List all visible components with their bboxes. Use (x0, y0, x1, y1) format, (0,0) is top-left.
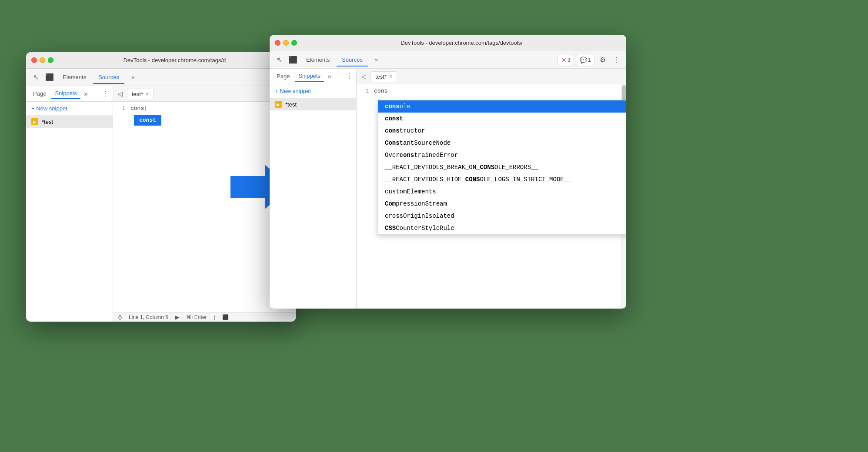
tab-page-fg[interactable]: Page (273, 71, 293, 81)
editor-tab-label-fg: test* (375, 73, 387, 80)
cursor-icon-fg[interactable]: ↖ (273, 54, 285, 66)
toolbar-fg: ↖ ⬛ Elements Sources » ✕ 3 💬 1 ⚙ ⋮ (270, 51, 626, 69)
tab-page-bg[interactable]: Page (30, 89, 50, 99)
autocomplete-item-const[interactable]: const (378, 113, 626, 125)
tab-elements-fg[interactable]: Elements (301, 54, 335, 66)
file-name-fg: *test (285, 101, 297, 108)
autocomplete-item-compressionstream[interactable]: CompressionStream (378, 198, 626, 210)
autocomplete-item-customelements[interactable]: customElements (378, 186, 626, 198)
run-icon-bg[interactable]: ▶ (175, 314, 179, 320)
tab-sources-fg[interactable]: Sources (337, 54, 368, 66)
editor-tab-test-fg[interactable]: test* × (371, 71, 397, 82)
minimize-button-bg[interactable] (40, 57, 45, 63)
new-snippet-btn-bg[interactable]: + New snippet (26, 102, 113, 116)
maximize-button-bg[interactable] (48, 57, 53, 63)
devtools-window-foreground: DevTools - developer.chrome.com/tags/dev… (270, 35, 626, 309)
paren-bg: ( (214, 314, 215, 320)
window-title-fg: DevTools - developer.chrome.com/tags/dev… (302, 40, 621, 46)
more-icon-fg[interactable]: ⋮ (611, 54, 623, 66)
error-icon-fg: ✕ (561, 56, 567, 63)
left-panel-fg: Page Snippets » ⋮ + New snippet ▶ *test (270, 69, 357, 309)
code-line-1-fg: 1 cons (357, 88, 626, 94)
info-icon-fg: 💬 (580, 56, 587, 63)
file-item-test-bg[interactable]: ▶ *test (26, 116, 113, 128)
tab-snippets-bg[interactable]: Snippets (51, 88, 80, 99)
file-item-test-fg[interactable]: ▶ *test (270, 98, 356, 110)
maximize-button-fg[interactable] (291, 40, 297, 46)
panel-content-fg: Page Snippets » ⋮ + New snippet ▶ *test … (270, 69, 626, 309)
autocomplete-dropdown: console const constructor ConstantSource… (377, 100, 626, 235)
autocomplete-item-constantsourcenode[interactable]: ConstantSourceNode (378, 137, 626, 149)
code-line-1-bg: 1 cons (113, 105, 296, 112)
minimize-button-fg[interactable] (283, 40, 289, 46)
panel-tabs-bg: Page Snippets » ⋮ (26, 86, 113, 102)
autocomplete-item-overconstrainederror[interactable]: OverconstrainedError (378, 149, 626, 161)
close-button-bg[interactable] (31, 57, 37, 63)
panel-menu-icon-fg[interactable]: ⋮ (346, 72, 353, 80)
left-panel-bg: Page Snippets » ⋮ + New snippet ▶ *test (26, 86, 113, 322)
shortcut-bg: ⌘+Enter (186, 314, 207, 320)
code-text-1-fg: cons (374, 88, 387, 94)
autocomplete-item-crossoriginisolated[interactable]: crossOriginIsolated (378, 210, 626, 222)
editor-tab-label-bg: test* (132, 91, 143, 97)
editor-tabs-fg: ◁ test* × (357, 69, 626, 84)
cursor-icon-bg[interactable]: ↖ (30, 71, 42, 83)
editor-panel-fg: ◁ test* × 1 cons console const (357, 69, 626, 309)
titlebar-bg: DevTools - developer.chrome.com/tags/d (26, 52, 296, 69)
status-bar-bg: {} Line 1, Column 5 ▶ ⌘+Enter ( ⬛ (113, 312, 296, 322)
editor-tab-close-fg[interactable]: × (389, 73, 392, 80)
code-text-1-bg: cons (130, 105, 147, 112)
window-title-bg: DevTools - developer.chrome.com/tags/d (59, 57, 290, 63)
editor-tab-test-bg[interactable]: test* × (127, 89, 154, 99)
titlebar-fg: DevTools - developer.chrome.com/tags/dev… (270, 35, 626, 51)
position-bg: Line 1, Column 5 (129, 314, 168, 320)
close-button-fg[interactable] (275, 40, 280, 46)
tab-more-fg[interactable]: » (370, 54, 383, 66)
panel-tabs-fg: Page Snippets » ⋮ (270, 69, 356, 84)
img-icon-bg[interactable]: ⬛ (222, 314, 229, 320)
autocomplete-item-constructor[interactable]: constructor (378, 125, 626, 137)
info-badge-fg[interactable]: 💬 1 (576, 55, 595, 65)
format-icon-bg[interactable]: {} (118, 314, 122, 320)
error-count-fg: 3 (568, 57, 571, 63)
info-count-fg: 1 (588, 57, 591, 63)
device-icon-fg[interactable]: ⬛ (287, 54, 299, 66)
line-number-1-fg: 1 (357, 88, 374, 94)
tab-more-bg[interactable]: » (126, 71, 140, 84)
autocomplete-hint-bg: const (134, 115, 161, 126)
editor-back-icon-fg[interactable]: ◁ (358, 71, 369, 82)
new-snippet-btn-fg[interactable]: + New snippet (270, 84, 356, 98)
arrow-body (230, 176, 265, 198)
toolbar-bg: ↖ ⬛ Elements Sources » (26, 69, 296, 86)
tab-elements-bg[interactable]: Elements (57, 71, 91, 84)
settings-icon-fg[interactable]: ⚙ (597, 54, 609, 66)
editor-content-fg[interactable]: 1 cons console const constructor Cons (357, 84, 626, 309)
autocomplete-item-react-hide[interactable]: __REACT_DEVTOOLS_HIDE_CONSOLE_LOGS_IN_ST… (378, 173, 626, 186)
device-icon-bg[interactable]: ⬛ (43, 71, 56, 83)
editor-tabs-bg: ◁ test* × (113, 86, 296, 102)
error-badge-fg[interactable]: ✕ 3 (558, 55, 574, 65)
autocomplete-item-react-break[interactable]: __REACT_DEVTOOLS_BREAK_ON_CONSOLE_ERRORS… (378, 161, 626, 173)
autocomplete-item-console[interactable]: console (378, 100, 626, 113)
editor-back-icon-bg[interactable]: ◁ (115, 89, 125, 99)
panel-more-icon-fg[interactable]: » (326, 72, 333, 81)
traffic-lights-bg (31, 57, 53, 63)
panel-more-icon-bg[interactable]: » (82, 89, 90, 99)
line-number-1-bg: 1 (113, 106, 130, 112)
file-icon-fg: ▶ (275, 101, 282, 108)
traffic-lights-fg (275, 40, 297, 46)
editor-tab-close-bg[interactable]: × (146, 91, 149, 97)
tab-sources-bg[interactable]: Sources (93, 71, 124, 84)
file-icon-bg: ▶ (31, 118, 38, 125)
panel-menu-icon-bg[interactable]: ⋮ (102, 90, 109, 98)
autocomplete-item-csscounterstyle[interactable]: CSSCounterStyleRule (378, 222, 626, 234)
tab-snippets-fg[interactable]: Snippets (295, 71, 324, 82)
file-name-bg: *test (42, 119, 53, 125)
